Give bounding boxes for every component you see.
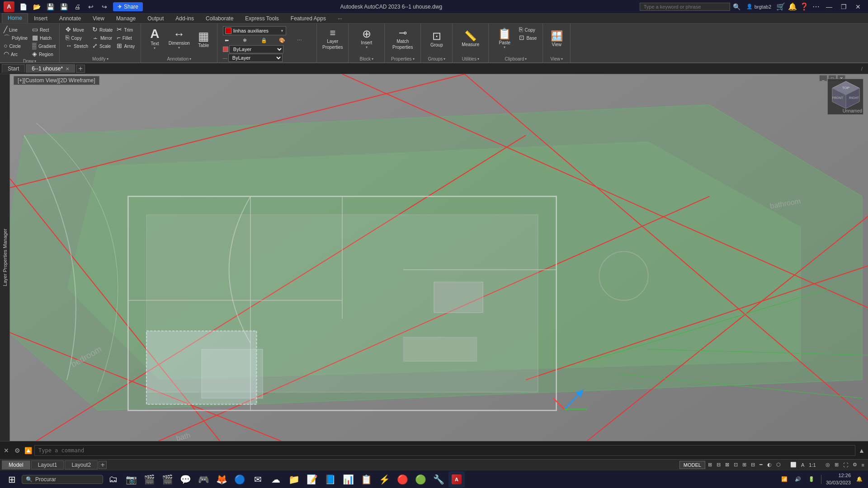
- view-button[interactable]: 🪟 View: [545, 25, 568, 52]
- command-expand-button[interactable]: 🔼: [24, 446, 33, 455]
- layer-dropdown[interactable]: linhas auxiliares ▼: [223, 26, 286, 35]
- isolate-toggle[interactable]: ◎: [824, 461, 832, 469]
- cart-icon[interactable]: 🛒: [776, 2, 786, 12]
- transparency-toggle[interactable]: ◐: [765, 461, 774, 469]
- user-button[interactable]: 👤 brgtab2: [744, 3, 774, 10]
- scale-display[interactable]: 1:1: [807, 461, 817, 469]
- save-button[interactable]: 💾: [45, 2, 55, 12]
- stretch-button[interactable]: ↔ Stretch: [64, 42, 90, 50]
- layer-lock-button[interactable]: 🔒: [259, 36, 275, 44]
- share-button[interactable]: ✈ Share: [113, 2, 143, 11]
- draw-group-label[interactable]: Draw ▾: [2, 58, 57, 63]
- taskbar-camera-app[interactable]: 📷: [123, 471, 139, 488]
- taskbar-edge-app[interactable]: 🔵: [231, 471, 248, 488]
- gradient-button[interactable]: ▒ Gradient: [30, 42, 57, 50]
- title-search-input[interactable]: [640, 3, 730, 11]
- move-button[interactable]: ✥ Move: [64, 25, 90, 33]
- start-button[interactable]: ⊞: [4, 471, 20, 488]
- scale-button[interactable]: ⤢ Scale: [90, 42, 114, 50]
- match-properties-button[interactable]: ⊸ Match Properties: [391, 25, 415, 52]
- tab-insert[interactable]: Insert: [28, 14, 53, 23]
- tab-home[interactable]: Home: [2, 13, 28, 23]
- arc-button[interactable]: ◠ Arc: [2, 50, 29, 58]
- system-clock[interactable]: 12:26 30/03/2023: [826, 472, 851, 486]
- space-toggle[interactable]: ⬜: [788, 461, 798, 469]
- sound-icon[interactable]: 🔊: [793, 475, 803, 483]
- taskbar-word-app[interactable]: 📘: [322, 471, 338, 488]
- taskbar-mail-app[interactable]: ✉: [250, 471, 266, 488]
- osnap-toggle[interactable]: ⊞: [741, 461, 748, 469]
- copy-button[interactable]: ⎘ Copy: [64, 33, 90, 42]
- cmd-scroll-up[interactable]: ▲: [857, 446, 866, 455]
- customize-button[interactable]: ≡: [860, 461, 866, 469]
- taskbar-app4[interactable]: 🔧: [430, 471, 447, 488]
- color-select[interactable]: ByLayer: [229, 45, 283, 53]
- taskbar-powerpoint-app[interactable]: 📊: [340, 471, 356, 488]
- help-icon[interactable]: ❓: [799, 2, 809, 12]
- layer-more-button[interactable]: ⋯: [295, 36, 311, 44]
- otrack-toggle[interactable]: ⊟: [749, 461, 757, 469]
- base-button[interactable]: ⊡ Base: [517, 33, 538, 42]
- layer-freeze-button[interactable]: ❄: [241, 36, 257, 44]
- view-group-label[interactable]: View ▾: [545, 56, 568, 62]
- start-tab[interactable]: Start: [2, 64, 25, 73]
- redo-button[interactable]: ↪: [99, 2, 109, 12]
- taskbar-onedrive-app[interactable]: ☁: [268, 471, 284, 488]
- insert-button[interactable]: ⊕ Insert ▾: [355, 25, 378, 52]
- clipboard-group-label[interactable]: Clipboard ▾: [491, 56, 541, 62]
- close-button[interactable]: ✕: [852, 2, 864, 11]
- command-settings-button[interactable]: ⚙: [13, 446, 22, 455]
- modify-group-label[interactable]: Modify ▾: [61, 56, 139, 62]
- taskbar-files-app[interactable]: 🗂: [105, 471, 121, 488]
- utilities-group-label[interactable]: Utilities ▾: [454, 56, 486, 62]
- measure-button[interactable]: 📏 Measure: [459, 25, 482, 52]
- new-tab-button[interactable]: +: [76, 65, 85, 73]
- main-viewport[interactable]: bedroom bath bathroom L: [0, 74, 868, 441]
- view-cube[interactable]: TOP RIGHT FRONT Unnamed: [827, 79, 863, 115]
- lineweight-toggle[interactable]: ━: [758, 461, 764, 469]
- taskbar-app1[interactable]: ⚡: [376, 471, 392, 488]
- taskbar-folder-app[interactable]: 📁: [286, 471, 302, 488]
- layout1-tab[interactable]: Layout1: [31, 460, 64, 469]
- grid-toggle[interactable]: ⊞: [706, 461, 714, 469]
- rotate-button[interactable]: ↻ Rotate: [90, 25, 114, 33]
- new-file-button[interactable]: 📄: [18, 2, 28, 12]
- layout2-tab[interactable]: Layout2: [65, 460, 98, 469]
- tab-view[interactable]: View: [87, 14, 110, 23]
- region-button[interactable]: ◈ Region: [30, 50, 57, 58]
- layer-properties-manager-tab[interactable]: Layer Properties Manager: [0, 74, 10, 441]
- circle-button[interactable]: ○ Circle: [2, 42, 29, 50]
- fullscreen-button[interactable]: ⛶: [841, 461, 850, 469]
- selection-toggle[interactable]: ⬡: [774, 461, 783, 469]
- properties-group-label[interactable]: Properties ▾: [387, 56, 419, 62]
- polyline-button[interactable]: ⌒ Polyline: [2, 33, 29, 42]
- command-clear-button[interactable]: ✕: [2, 446, 11, 455]
- taskbar-firefox-app[interactable]: 🦊: [213, 471, 230, 488]
- tab-manage[interactable]: Manage: [110, 14, 142, 23]
- minimize-button[interactable]: —: [823, 2, 835, 11]
- snap-toggle[interactable]: ⊟: [715, 461, 722, 469]
- model-status-button[interactable]: MODEL: [679, 461, 705, 469]
- layer-properties-button[interactable]: ≡ Layer Properties: [321, 25, 344, 52]
- search-icon[interactable]: 🔍: [732, 2, 742, 12]
- fillet-button[interactable]: ⌐ Fillet: [115, 33, 137, 42]
- copy-clipboard-button[interactable]: ⎘ Copy: [517, 25, 538, 33]
- workspace-button[interactable]: ⚙: [851, 461, 859, 469]
- tab-annotate[interactable]: Annotate: [53, 14, 87, 23]
- polar-toggle[interactable]: ⊡: [732, 461, 740, 469]
- command-input[interactable]: [34, 445, 855, 456]
- taskbar-autocad-app[interactable]: A: [448, 471, 465, 488]
- paste-button[interactable]: 📋 Paste ▾: [493, 25, 516, 52]
- restore-button[interactable]: ❐: [837, 2, 850, 11]
- bell-icon[interactable]: 🔔: [788, 2, 797, 12]
- array-button[interactable]: ⊞ Array: [115, 42, 137, 50]
- tab-express[interactable]: Express Tools: [239, 14, 284, 23]
- print-button[interactable]: 🖨: [72, 2, 82, 12]
- taskbar-app2[interactable]: 🔴: [394, 471, 410, 488]
- anno-toggle[interactable]: A: [799, 461, 806, 469]
- table-button[interactable]: ▦ Table: [192, 25, 215, 52]
- taskbar-notepad-app[interactable]: 📝: [304, 471, 320, 488]
- mirror-button[interactable]: ⫠ Mirror: [90, 33, 114, 42]
- taskbar-foxit-app[interactable]: 📋: [358, 471, 374, 488]
- battery-icon[interactable]: 🔋: [807, 475, 816, 483]
